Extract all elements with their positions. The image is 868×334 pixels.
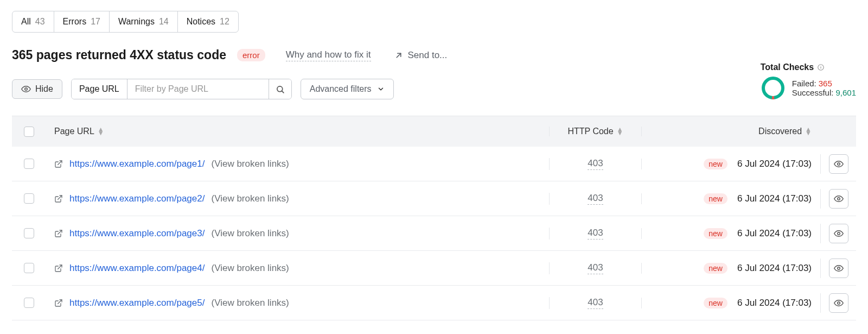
row-checkbox[interactable] [24, 263, 34, 273]
page-url-link[interactable]: https://www.example.com/page3/ [69, 228, 205, 239]
new-badge: new [704, 159, 727, 169]
filter-field-label[interactable]: Page URL [72, 79, 127, 99]
svg-point-6 [837, 162, 840, 165]
discovered-date: 6 Jul 2024 (17:03) [737, 263, 812, 274]
tab-label: Errors [63, 17, 87, 27]
table-row: https://www.example.com/page5/ (View bro… [12, 286, 856, 320]
issues-table: Page URL ▲▼ HTTP Code ▲▼ Discovered ▲▼ h… [12, 116, 856, 320]
new-badge: new [704, 298, 727, 308]
eye-icon [834, 194, 844, 204]
http-code-value: 403 [588, 193, 603, 205]
view-broken-links[interactable]: (View broken links) [211, 263, 289, 274]
external-link-icon[interactable] [54, 299, 63, 307]
tab-count: 14 [159, 17, 169, 27]
http-code-value: 403 [588, 262, 603, 274]
share-arrow-icon [394, 51, 404, 60]
new-badge: new [704, 193, 727, 204]
tab-notices[interactable]: Notices 12 [178, 11, 238, 32]
view-broken-links[interactable]: (View broken links) [211, 228, 289, 239]
svg-line-9 [58, 230, 62, 234]
send-to-label: Send to... [408, 50, 448, 61]
total-checks-widget: Total Checks Failed: 365 Succes [761, 62, 856, 100]
discovered-date: 6 Jul 2024 (17:03) [737, 228, 812, 239]
row-checkbox[interactable] [24, 159, 34, 169]
tab-count: 43 [35, 17, 45, 27]
row-checkbox[interactable] [24, 298, 34, 308]
sort-icon[interactable]: ▲▼ [617, 128, 623, 135]
svg-line-11 [58, 265, 62, 269]
page-url-link[interactable]: https://www.example.com/page4/ [69, 263, 205, 274]
view-broken-links[interactable]: (View broken links) [211, 193, 289, 204]
chevron-down-icon [377, 85, 385, 93]
tab-errors[interactable]: Errors 17 [54, 11, 110, 32]
view-details-button[interactable] [829, 293, 848, 313]
new-badge: new [704, 228, 727, 239]
external-link-icon[interactable] [54, 194, 63, 203]
successful-value: 9,601 [835, 88, 856, 97]
tab-label: All [21, 17, 31, 27]
total-checks-title: Total Checks [761, 62, 814, 72]
tab-label: Notices [187, 17, 215, 27]
info-icon[interactable] [817, 64, 825, 71]
column-discovered[interactable]: Discovered [758, 127, 802, 136]
send-to-button[interactable]: Send to... [394, 50, 448, 61]
row-checkbox[interactable] [24, 228, 34, 238]
view-broken-links[interactable]: (View broken links) [211, 159, 289, 169]
failed-value: 365 [819, 79, 832, 88]
page-url-link[interactable]: https://www.example.com/page2/ [69, 193, 205, 204]
checks-donut-chart [761, 75, 786, 100]
http-code-value: 403 [588, 158, 603, 170]
http-code-value: 403 [588, 228, 603, 240]
issue-severity-tabs: All 43 Errors 17 Warnings 14 Notices 12 [12, 11, 239, 33]
view-details-button[interactable] [829, 224, 848, 243]
column-http-code[interactable]: HTTP Code [567, 127, 613, 136]
tab-all[interactable]: All 43 [12, 11, 54, 32]
eye-icon [834, 298, 844, 308]
svg-point-0 [25, 88, 28, 91]
hide-label: Hide [35, 84, 53, 94]
external-link-icon[interactable] [54, 264, 63, 273]
svg-line-13 [58, 300, 62, 304]
svg-point-14 [837, 301, 840, 304]
advanced-filters-button[interactable]: Advanced filters [301, 79, 394, 99]
advanced-filters-label: Advanced filters [310, 84, 372, 94]
row-checkbox[interactable] [24, 193, 34, 204]
tab-warnings[interactable]: Warnings 14 [110, 11, 178, 32]
svg-line-5 [58, 161, 62, 165]
svg-point-10 [837, 232, 840, 235]
search-button[interactable] [269, 79, 291, 99]
sort-icon[interactable]: ▲▼ [98, 128, 104, 135]
discovered-date: 6 Jul 2024 (17:03) [737, 193, 812, 204]
table-header: Page URL ▲▼ HTTP Code ▲▼ Discovered ▲▼ [12, 116, 856, 147]
column-page-url[interactable]: Page URL [54, 127, 94, 136]
new-badge: new [704, 263, 727, 274]
svg-point-12 [837, 267, 840, 269]
view-broken-links[interactable]: (View broken links) [211, 298, 289, 308]
tab-count: 12 [220, 17, 229, 27]
svg-line-7 [58, 196, 62, 199]
view-details-button[interactable] [829, 189, 848, 209]
eye-icon [834, 229, 844, 238]
url-filter-group: Page URL [71, 79, 292, 99]
view-details-button[interactable] [829, 154, 848, 174]
table-row: https://www.example.com/page3/ (View bro… [12, 216, 856, 251]
search-icon [276, 85, 285, 94]
svg-point-8 [837, 197, 840, 200]
eye-icon [21, 84, 31, 94]
view-details-button[interactable] [829, 259, 848, 278]
external-link-icon[interactable] [54, 160, 63, 168]
page-url-link[interactable]: https://www.example.com/page1/ [69, 159, 205, 169]
svg-point-3 [763, 78, 783, 98]
discovered-date: 6 Jul 2024 (17:03) [737, 159, 812, 169]
table-row: https://www.example.com/page1/ (View bro… [12, 147, 856, 181]
sort-icon[interactable]: ▲▼ [805, 128, 812, 135]
failed-label: Failed: [792, 79, 816, 88]
page-url-link[interactable]: https://www.example.com/page5/ [69, 298, 205, 308]
select-all-checkbox[interactable] [24, 127, 34, 137]
hide-button[interactable]: Hide [12, 79, 62, 99]
http-code-value: 403 [588, 297, 603, 309]
eye-icon [834, 263, 844, 273]
external-link-icon[interactable] [54, 229, 63, 238]
url-filter-input[interactable] [127, 79, 269, 99]
how-to-fix-link[interactable]: Why and how to fix it [286, 49, 371, 61]
